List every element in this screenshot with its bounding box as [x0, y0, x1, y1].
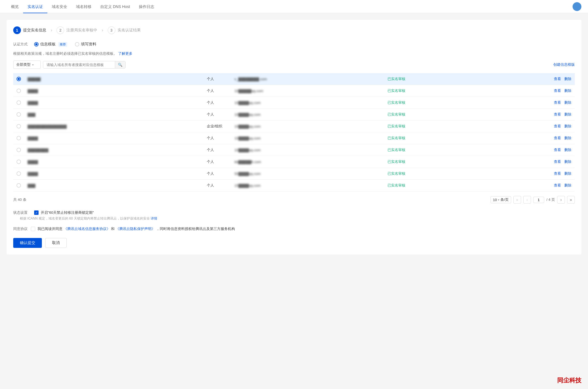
delete-link[interactable]: 删除 — [564, 124, 571, 128]
last-page-button[interactable]: » — [567, 196, 575, 204]
status-badge: 已实名审核 — [388, 100, 405, 105]
lock-period-label: 开启"60天禁止转移注册商锁定期" — [41, 210, 94, 215]
row-radio-0[interactable] — [17, 77, 21, 81]
delete-link[interactable]: 删除 — [564, 89, 571, 93]
nav-dns[interactable]: 自定义 DNS Host — [96, 0, 134, 13]
row-radio-1[interactable] — [17, 89, 21, 93]
policy-link[interactable]: 了解更多 — [118, 51, 132, 56]
row-radio-5[interactable] — [17, 136, 21, 140]
table-row[interactable]: ▓▓▓▓▓▓▓▓ 个人 10▓▓▓▓qq.com 已实名审核 查看 删除 — [13, 144, 575, 156]
step-arrow-2: › — [102, 28, 103, 33]
nav-realname[interactable]: 实名认证 — [23, 0, 47, 13]
status-badge: 已实名审核 — [388, 171, 405, 176]
table-row[interactable]: ▓▓▓▓ 个人 kb▓▓▓▓▓6.com 已实名审核 查看 删除 — [13, 156, 575, 168]
lock-period-checkbox[interactable]: ✓ — [34, 210, 39, 215]
avatar[interactable] — [573, 2, 581, 11]
status-section: 状态设置 ✓ 开启"60天禁止转移注册商锁定期" 根据 ICANN 规定，域名变… — [13, 210, 575, 221]
delete-link[interactable]: 删除 — [564, 171, 571, 176]
delete-link[interactable]: 删除 — [564, 112, 571, 116]
first-page-button[interactable]: « — [513, 196, 521, 204]
row-radio-6[interactable] — [17, 148, 21, 152]
table-row[interactable]: ▓▓▓▓ 个人 50▓▓▓▓qq.com 已实名审核 查看 删除 — [13, 168, 575, 180]
next-page-button[interactable]: › — [557, 196, 565, 204]
view-link[interactable]: 查看 — [554, 148, 561, 152]
status-badge: 已实名审核 — [388, 124, 405, 128]
step-2-circle: 2 — [56, 26, 64, 34]
table-row[interactable]: ▓▓▓▓▓ 个人 v_▓▓▓▓▓▓▓▓.com 已实名审核 查看 删除 — [13, 73, 575, 85]
step-3-circle: 3 — [108, 26, 115, 34]
table-row[interactable]: ▓▓▓ 个人 10▓▓▓▓qq.com 已实名审核 查看 删除 — [13, 109, 575, 120]
step-arrow-1: › — [51, 28, 52, 33]
row-radio-7[interactable] — [17, 160, 21, 164]
create-template-link[interactable]: 创建信息模版 — [553, 62, 575, 67]
main-content: 1 提交实名信息 › 2 注册局实名审核中 › 3 实名认证结果 认证方式 信息… — [0, 13, 588, 389]
lock-period-description: 根据 ICANN 规定，域名变更后的 60 天锁定期内将禁止转出腾讯云，以保护该… — [20, 216, 575, 221]
step-3: 3 实名认证结果 — [108, 26, 141, 34]
prev-page-button[interactable]: ‹ — [523, 196, 531, 204]
lock-period-detail-link[interactable]: 详情 — [151, 217, 157, 220]
delete-link[interactable]: 删除 — [564, 136, 571, 140]
action-buttons: 确认提交 取消 — [13, 238, 575, 248]
delete-link[interactable]: 删除 — [564, 77, 571, 81]
status-badge: 已实名审核 — [388, 136, 405, 140]
step-2-label: 注册局实名审核中 — [66, 28, 97, 33]
agreement-link1[interactable]: 《腾讯云域名信息服务协议》 — [64, 227, 110, 231]
agreement-text: 我已阅读并同意 《腾讯云域名信息服务协议》 和 《腾讯云隐私保护声明》 ，同时将… — [37, 226, 235, 231]
radio-fill[interactable]: 填写资料 — [75, 42, 96, 47]
confirm-button[interactable]: 确认提交 — [13, 238, 42, 248]
agreement-checkbox[interactable] — [31, 227, 35, 231]
search-icon: 🔍 — [118, 63, 123, 67]
step-3-label: 实名认证结果 — [118, 28, 141, 33]
view-link[interactable]: 查看 — [554, 183, 561, 187]
steps: 1 提交实名信息 › 2 注册局实名审核中 › 3 实名认证结果 — [13, 26, 575, 34]
radio-template-dot[interactable] — [34, 42, 39, 46]
watermark: 同尘科技 — [557, 376, 581, 385]
view-link[interactable]: 查看 — [554, 124, 561, 128]
radio-template-label: 信息模板 — [40, 42, 56, 47]
status-badge: 已实名审核 — [388, 183, 405, 187]
page-size-select[interactable]: 10 ▾ 条/页 — [491, 196, 511, 203]
page-input[interactable] — [533, 197, 544, 203]
row-radio-2[interactable] — [17, 100, 21, 105]
view-link[interactable]: 查看 — [554, 77, 561, 81]
search-input[interactable] — [43, 61, 115, 68]
table-row[interactable]: ▓▓▓▓▓▓▓▓▓▓▓▓▓▓▓ 企业/组织 10▓▓▓▓qq.com 已实名审核… — [13, 120, 575, 132]
row-radio-8[interactable] — [17, 171, 21, 176]
delete-link[interactable]: 删除 — [564, 183, 571, 187]
view-link[interactable]: 查看 — [554, 171, 561, 176]
row-radio-4[interactable] — [17, 124, 21, 128]
auth-method-row: 认证方式 信息模板 推荐 填写资料 — [13, 42, 575, 47]
type-select[interactable]: 全部类型 ▾ — [13, 61, 41, 69]
radio-fill-dot[interactable] — [75, 42, 79, 46]
agreement-link2[interactable]: 《腾讯云隐私保护声明》 — [116, 227, 155, 231]
table-row[interactable]: ▓▓▓▓ 个人 10▓▓▓▓▓qq.com 已实名审核 查看 删除 — [13, 85, 575, 97]
view-link[interactable]: 查看 — [554, 89, 561, 93]
view-link[interactable]: 查看 — [554, 136, 561, 140]
template-table: ▓▓▓▓▓ 个人 v_▓▓▓▓▓▓▓▓.com 已实名审核 查看 删除 ▓▓▓▓… — [13, 73, 575, 191]
nav-transfer[interactable]: 域名转移 — [72, 0, 96, 13]
nav-overview[interactable]: 概览 — [7, 0, 23, 13]
cancel-button[interactable]: 取消 — [45, 238, 67, 248]
checkmark-icon: ✓ — [35, 211, 38, 215]
chevron-down-icon: ▾ — [32, 63, 34, 66]
radio-template[interactable]: 信息模板 推荐 — [34, 42, 67, 47]
search-button[interactable]: 🔍 — [115, 61, 125, 68]
table-row[interactable]: ▓▓▓ 个人 15▓▓▓▓qq.com 已实名审核 查看 删除 — [13, 180, 575, 191]
status-badge: 已实名审核 — [388, 112, 405, 116]
delete-link[interactable]: 删除 — [564, 100, 571, 105]
pagination-bar: 共 40 条 10 ▾ 条/页 « ‹ / 4 页 › » — [13, 196, 575, 204]
table-row[interactable]: ▓▓▓▓ 个人 10▓▓▓▓qq.com 已实名审核 查看 删除 — [13, 132, 575, 144]
step-1-circle: 1 — [13, 26, 21, 34]
table-row[interactable]: ▓▓▓▓ 个人 10▓▓▓▓qq.com 已实名审核 查看 删除 — [13, 97, 575, 109]
delete-link[interactable]: 删除 — [564, 160, 571, 164]
row-radio-3[interactable] — [17, 112, 21, 117]
row-radio-9[interactable] — [17, 183, 21, 188]
nav-log[interactable]: 操作日志 — [134, 0, 159, 13]
delete-link[interactable]: 删除 — [564, 148, 571, 152]
nav-security[interactable]: 域名安全 — [47, 0, 72, 13]
view-link[interactable]: 查看 — [554, 160, 561, 164]
status-badge: 已实名审核 — [388, 77, 405, 81]
view-link[interactable]: 查看 — [554, 112, 561, 116]
view-link[interactable]: 查看 — [554, 100, 561, 105]
card: 1 提交实名信息 › 2 注册局实名审核中 › 3 实名认证结果 认证方式 信息… — [7, 20, 581, 254]
